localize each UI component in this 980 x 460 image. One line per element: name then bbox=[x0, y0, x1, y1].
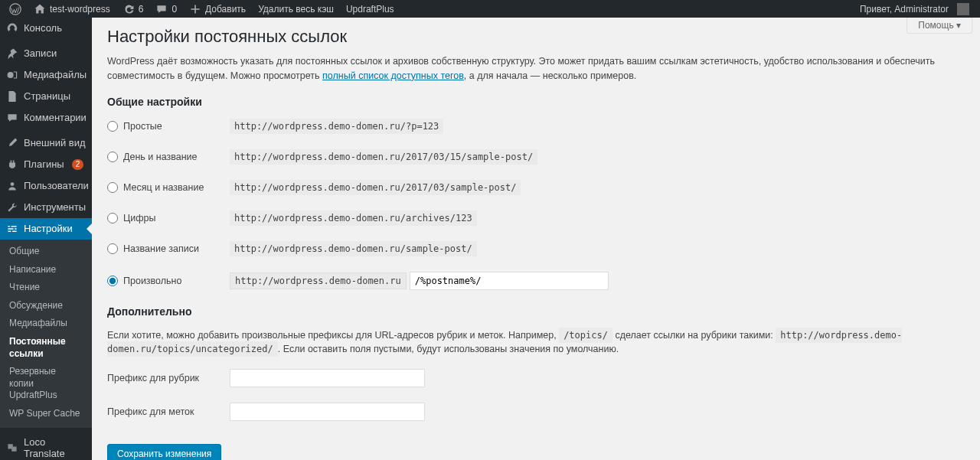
plus-icon bbox=[189, 3, 201, 15]
optional-heading: Дополнительно bbox=[107, 305, 965, 318]
account-link[interactable]: Привет, Administrator bbox=[854, 0, 975, 18]
submenu-discussion[interactable]: Обсуждение bbox=[0, 297, 92, 315]
sliders-icon bbox=[6, 223, 18, 235]
settings-submenu: Общие Написание Чтение Обсуждение Медиаф… bbox=[0, 240, 92, 428]
radio-postname[interactable] bbox=[107, 243, 118, 254]
tag-base-label: Префикс для меток bbox=[107, 406, 230, 417]
menu-users[interactable]: Пользователи bbox=[0, 175, 92, 197]
sample-monthname: http://wordpress.demo-domen.ru/2017/03/s… bbox=[230, 180, 521, 195]
comment-icon bbox=[155, 3, 168, 15]
avatar bbox=[957, 3, 969, 15]
menu-comments[interactable]: Комментарии bbox=[0, 107, 92, 129]
svg-point-2 bbox=[11, 182, 15, 186]
comment-icon bbox=[6, 112, 18, 124]
updates-link[interactable]: 6 bbox=[116, 0, 150, 18]
menu-tools[interactable]: Инструменты bbox=[0, 197, 92, 218]
radio-custom[interactable] bbox=[107, 276, 118, 286]
category-base-label: Префикс для рубрик bbox=[107, 373, 230, 383]
option-postname[interactable]: Название записи bbox=[107, 243, 230, 254]
row-plain: Простые http://wordpress.demo-domen.ru/?… bbox=[107, 119, 965, 134]
topics-sample: /topics/ bbox=[559, 328, 612, 343]
submenu-permalinks[interactable]: Постоянные ссылки bbox=[0, 333, 92, 363]
row-dayname: День и название http://wordpress.demo-do… bbox=[107, 149, 965, 165]
row-tag-base: Префикс для меток bbox=[107, 403, 965, 421]
add-new-label: Добавить bbox=[205, 4, 246, 15]
radio-dayname[interactable] bbox=[107, 152, 118, 162]
updates-count: 6 bbox=[139, 4, 144, 15]
menu-settings[interactable]: Настройки bbox=[0, 218, 92, 240]
tag-base-input[interactable] bbox=[230, 403, 425, 421]
submenu-media[interactable]: Медиафайлы bbox=[0, 315, 92, 333]
menu-dashboard[interactable]: Консоль bbox=[0, 18, 92, 39]
row-monthname: Месяц и название http://wordpress.demo-d… bbox=[107, 180, 965, 195]
site-name-link[interactable]: test-wordpress bbox=[28, 0, 116, 18]
page-icon bbox=[6, 90, 18, 103]
translate-icon bbox=[6, 442, 18, 454]
sample-plain: http://wordpress.demo-domen.ru/?p=123 bbox=[230, 119, 443, 134]
radio-monthname[interactable] bbox=[107, 182, 118, 193]
clear-cache-link[interactable]: Удалить весь кэш bbox=[252, 0, 340, 18]
option-monthname[interactable]: Месяц и название bbox=[107, 182, 230, 193]
wordpress-icon bbox=[9, 3, 21, 15]
menu-pages[interactable]: Страницы bbox=[0, 86, 92, 107]
common-settings-heading: Общие настройки bbox=[107, 96, 965, 108]
custom-structure-input[interactable] bbox=[410, 272, 609, 290]
plugin-icon bbox=[6, 158, 18, 171]
comments-link[interactable]: 0 bbox=[149, 0, 183, 18]
help-tab[interactable]: Помощь ▾ bbox=[906, 18, 972, 34]
row-category-base: Префикс для рубрик bbox=[107, 369, 965, 387]
updraft-link[interactable]: UpdraftPlus bbox=[340, 0, 400, 18]
radio-numeric[interactable] bbox=[107, 213, 118, 223]
dashboard-icon bbox=[6, 22, 18, 34]
sample-postname: http://wordpress.demo-domen.ru/sample-po… bbox=[230, 241, 477, 256]
menu-loco[interactable]: Loco Translate bbox=[0, 432, 92, 460]
menu-media[interactable]: Медиафайлы bbox=[0, 64, 92, 86]
custom-prefix: http://wordpress.demo-domen.ru bbox=[230, 272, 407, 289]
row-postname: Название записи http://wordpress.demo-do… bbox=[107, 241, 965, 256]
update-icon bbox=[122, 3, 135, 15]
greeting: Привет, Administrator bbox=[860, 4, 949, 15]
menu-posts[interactable]: Записи bbox=[0, 43, 92, 64]
page-title: Настройки постоянных ссылок bbox=[107, 27, 965, 47]
main-content: Настройки постоянных ссылок WordPress да… bbox=[92, 18, 980, 460]
option-numeric[interactable]: Цифры bbox=[107, 213, 230, 223]
category-base-input[interactable] bbox=[230, 369, 425, 387]
submenu-general[interactable]: Общие bbox=[0, 243, 92, 261]
submenu-writing[interactable]: Написание bbox=[0, 261, 92, 279]
option-custom[interactable]: Произвольно bbox=[107, 276, 230, 286]
sample-dayname: http://wordpress.demo-domen.ru/2017/03/1… bbox=[230, 149, 537, 165]
submenu-backup[interactable]: Резервные копии UpdraftPlus bbox=[0, 363, 92, 405]
menu-plugins[interactable]: Плагины 2 bbox=[0, 154, 92, 175]
add-new-link[interactable]: Добавить bbox=[183, 0, 252, 18]
menu-appearance[interactable]: Внешний вид bbox=[0, 132, 92, 154]
submenu-cache[interactable]: WP Super Cache bbox=[0, 405, 92, 423]
wrench-icon bbox=[6, 201, 18, 214]
sample-numeric: http://wordpress.demo-domen.ru/archives/… bbox=[230, 210, 477, 226]
chevron-down-icon: ▾ bbox=[956, 20, 961, 31]
media-icon bbox=[6, 69, 18, 81]
option-plain[interactable]: Простые bbox=[107, 121, 230, 132]
row-custom: Произвольно http://wordpress.demo-domen.… bbox=[107, 272, 965, 290]
page-description: WordPress даёт возможность указать для п… bbox=[107, 54, 965, 83]
pin-icon bbox=[6, 47, 18, 60]
comments-count: 0 bbox=[172, 4, 177, 15]
home-icon bbox=[34, 3, 46, 15]
submenu-reading[interactable]: Чтение bbox=[0, 279, 92, 297]
optional-description: Если хотите, можно добавить произвольные… bbox=[107, 328, 965, 357]
row-numeric: Цифры http://wordpress.demo-domen.ru/arc… bbox=[107, 210, 965, 226]
wp-logo[interactable] bbox=[3, 0, 28, 18]
admin-sidebar: Консоль Записи Медиафайлы Страницы Комме… bbox=[0, 18, 92, 460]
admin-toolbar: test-wordpress 6 0 Добавить Удалить весь… bbox=[0, 0, 980, 18]
users-icon bbox=[6, 180, 18, 192]
svg-point-1 bbox=[8, 72, 14, 78]
available-tags-link[interactable]: полный список доступных тегов bbox=[322, 70, 464, 81]
brush-icon bbox=[6, 137, 18, 149]
save-button[interactable]: Сохранить изменения bbox=[107, 444, 221, 460]
plugins-badge: 2 bbox=[72, 159, 84, 170]
option-dayname[interactable]: День и название bbox=[107, 152, 230, 162]
site-name: test-wordpress bbox=[50, 4, 110, 15]
radio-plain[interactable] bbox=[107, 121, 118, 132]
